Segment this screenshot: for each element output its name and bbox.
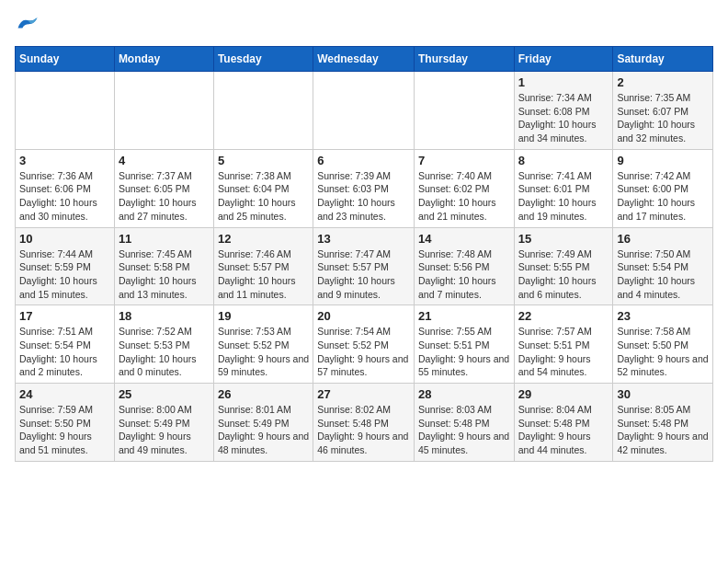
calendar-cell: 3Sunrise: 7:36 AM Sunset: 6:06 PM Daylig… bbox=[16, 149, 115, 227]
calendar-cell: 29Sunrise: 8:04 AM Sunset: 5:48 PM Dayli… bbox=[514, 384, 613, 462]
calendar-cell: 25Sunrise: 8:00 AM Sunset: 5:49 PM Dayli… bbox=[114, 384, 213, 462]
day-info: Sunrise: 7:34 AM Sunset: 6:08 PM Dayligh… bbox=[518, 91, 609, 145]
day-number: 1 bbox=[518, 75, 609, 89]
calendar-cell: 24Sunrise: 7:59 AM Sunset: 5:50 PM Dayli… bbox=[16, 384, 115, 462]
calendar-cell: 30Sunrise: 8:05 AM Sunset: 5:48 PM Dayli… bbox=[613, 384, 713, 462]
day-number: 17 bbox=[19, 309, 110, 323]
day-number: 23 bbox=[617, 309, 709, 323]
day-info: Sunrise: 7:35 AM Sunset: 6:07 PM Dayligh… bbox=[617, 91, 709, 145]
day-number: 28 bbox=[418, 387, 510, 401]
calendar-cell: 19Sunrise: 7:53 AM Sunset: 5:52 PM Dayli… bbox=[213, 305, 313, 384]
logo-bird-icon bbox=[15, 15, 40, 35]
day-number: 19 bbox=[218, 309, 309, 323]
day-number: 26 bbox=[218, 387, 309, 401]
day-number: 4 bbox=[119, 154, 210, 167]
day-info: Sunrise: 7:47 AM Sunset: 5:57 PM Dayligh… bbox=[317, 247, 410, 302]
calendar-cell: 10Sunrise: 7:44 AM Sunset: 5:59 PM Dayli… bbox=[16, 227, 115, 305]
day-number: 5 bbox=[218, 154, 309, 167]
day-info: Sunrise: 7:58 AM Sunset: 5:50 PM Dayligh… bbox=[617, 325, 709, 379]
day-number: 9 bbox=[617, 154, 709, 167]
calendar-cell: 17Sunrise: 7:51 AM Sunset: 5:54 PM Dayli… bbox=[16, 305, 115, 384]
day-info: Sunrise: 8:04 AM Sunset: 5:48 PM Dayligh… bbox=[518, 403, 609, 457]
day-number: 7 bbox=[418, 154, 510, 167]
weekday-header-friday: Friday bbox=[514, 47, 613, 72]
weekday-header-wednesday: Wednesday bbox=[313, 47, 415, 72]
day-info: Sunrise: 7:38 AM Sunset: 6:04 PM Dayligh… bbox=[218, 169, 309, 224]
calendar-cell: 18Sunrise: 7:52 AM Sunset: 5:53 PM Dayli… bbox=[114, 305, 213, 384]
calendar-cell: 4Sunrise: 7:37 AM Sunset: 6:05 PM Daylig… bbox=[114, 149, 213, 227]
calendar-cell: 14Sunrise: 7:48 AM Sunset: 5:56 PM Dayli… bbox=[414, 227, 514, 305]
day-info: Sunrise: 7:54 AM Sunset: 5:52 PM Dayligh… bbox=[317, 325, 410, 379]
day-number: 14 bbox=[418, 232, 510, 246]
day-number: 18 bbox=[119, 309, 210, 323]
day-number: 2 bbox=[617, 75, 709, 89]
day-number: 27 bbox=[317, 387, 410, 401]
day-info: Sunrise: 8:05 AM Sunset: 5:48 PM Dayligh… bbox=[617, 403, 709, 457]
day-info: Sunrise: 8:01 AM Sunset: 5:49 PM Dayligh… bbox=[218, 403, 309, 457]
calendar-cell: 23Sunrise: 7:58 AM Sunset: 5:50 PM Dayli… bbox=[613, 305, 713, 384]
calendar-cell: 15Sunrise: 7:49 AM Sunset: 5:55 PM Dayli… bbox=[514, 227, 613, 305]
day-info: Sunrise: 7:49 AM Sunset: 5:55 PM Dayligh… bbox=[518, 247, 609, 302]
day-number: 16 bbox=[617, 232, 709, 246]
calendar-cell: 13Sunrise: 7:47 AM Sunset: 5:57 PM Dayli… bbox=[313, 227, 415, 305]
calendar-cell: 21Sunrise: 7:55 AM Sunset: 5:51 PM Dayli… bbox=[414, 305, 514, 384]
calendar-cell: 8Sunrise: 7:41 AM Sunset: 6:01 PM Daylig… bbox=[514, 149, 613, 227]
day-info: Sunrise: 7:39 AM Sunset: 6:03 PM Dayligh… bbox=[317, 169, 410, 224]
day-info: Sunrise: 8:02 AM Sunset: 5:48 PM Dayligh… bbox=[317, 403, 410, 457]
calendar-cell: 2Sunrise: 7:35 AM Sunset: 6:07 PM Daylig… bbox=[613, 72, 713, 150]
day-info: Sunrise: 7:48 AM Sunset: 5:56 PM Dayligh… bbox=[418, 247, 510, 302]
calendar-cell: 16Sunrise: 7:50 AM Sunset: 5:54 PM Dayli… bbox=[613, 227, 713, 305]
day-info: Sunrise: 7:44 AM Sunset: 5:59 PM Dayligh… bbox=[19, 247, 110, 302]
day-info: Sunrise: 7:46 AM Sunset: 5:57 PM Dayligh… bbox=[218, 247, 309, 302]
day-info: Sunrise: 7:55 AM Sunset: 5:51 PM Dayligh… bbox=[418, 325, 510, 379]
day-number: 12 bbox=[218, 232, 309, 246]
day-info: Sunrise: 8:03 AM Sunset: 5:48 PM Dayligh… bbox=[418, 403, 510, 457]
day-info: Sunrise: 7:53 AM Sunset: 5:52 PM Dayligh… bbox=[218, 325, 309, 379]
day-info: Sunrise: 7:45 AM Sunset: 5:58 PM Dayligh… bbox=[119, 247, 210, 302]
day-info: Sunrise: 7:51 AM Sunset: 5:54 PM Dayligh… bbox=[19, 325, 110, 379]
day-number: 25 bbox=[119, 387, 210, 401]
day-number: 24 bbox=[19, 387, 110, 401]
calendar-cell bbox=[313, 72, 415, 150]
logo bbox=[15, 15, 44, 35]
day-info: Sunrise: 7:40 AM Sunset: 6:02 PM Dayligh… bbox=[418, 169, 510, 224]
weekday-header-saturday: Saturday bbox=[613, 47, 713, 72]
calendar-cell: 6Sunrise: 7:39 AM Sunset: 6:03 PM Daylig… bbox=[313, 149, 415, 227]
calendar-cell bbox=[213, 72, 313, 150]
day-info: Sunrise: 7:50 AM Sunset: 5:54 PM Dayligh… bbox=[617, 247, 709, 302]
calendar-cell: 9Sunrise: 7:42 AM Sunset: 6:00 PM Daylig… bbox=[613, 149, 713, 227]
day-number: 13 bbox=[317, 232, 410, 246]
calendar-table: SundayMondayTuesdayWednesdayThursdayFrid… bbox=[15, 46, 713, 462]
day-number: 30 bbox=[617, 387, 709, 401]
day-number: 15 bbox=[518, 232, 609, 246]
calendar-cell bbox=[16, 72, 115, 150]
day-number: 11 bbox=[119, 232, 210, 246]
calendar-cell: 20Sunrise: 7:54 AM Sunset: 5:52 PM Dayli… bbox=[313, 305, 415, 384]
calendar-cell bbox=[414, 72, 514, 150]
day-info: Sunrise: 7:36 AM Sunset: 6:06 PM Dayligh… bbox=[19, 169, 110, 224]
weekday-header-monday: Monday bbox=[114, 47, 213, 72]
calendar-cell: 5Sunrise: 7:38 AM Sunset: 6:04 PM Daylig… bbox=[213, 149, 313, 227]
day-info: Sunrise: 7:52 AM Sunset: 5:53 PM Dayligh… bbox=[119, 325, 210, 379]
day-info: Sunrise: 7:59 AM Sunset: 5:50 PM Dayligh… bbox=[19, 403, 110, 457]
calendar-cell: 27Sunrise: 8:02 AM Sunset: 5:48 PM Dayli… bbox=[313, 384, 415, 462]
calendar-cell: 11Sunrise: 7:45 AM Sunset: 5:58 PM Dayli… bbox=[114, 227, 213, 305]
day-number: 10 bbox=[19, 232, 110, 246]
day-info: Sunrise: 7:42 AM Sunset: 6:00 PM Dayligh… bbox=[617, 169, 709, 224]
day-number: 21 bbox=[418, 309, 510, 323]
day-number: 22 bbox=[518, 309, 609, 323]
day-info: Sunrise: 8:00 AM Sunset: 5:49 PM Dayligh… bbox=[119, 403, 210, 457]
day-info: Sunrise: 7:57 AM Sunset: 5:51 PM Dayligh… bbox=[518, 325, 609, 379]
day-number: 20 bbox=[317, 309, 410, 323]
weekday-header-tuesday: Tuesday bbox=[213, 47, 313, 72]
calendar-cell: 12Sunrise: 7:46 AM Sunset: 5:57 PM Dayli… bbox=[213, 227, 313, 305]
day-number: 29 bbox=[518, 387, 609, 401]
day-number: 6 bbox=[317, 154, 410, 167]
calendar-cell bbox=[114, 72, 213, 150]
day-info: Sunrise: 7:41 AM Sunset: 6:01 PM Dayligh… bbox=[518, 169, 609, 224]
day-info: Sunrise: 7:37 AM Sunset: 6:05 PM Dayligh… bbox=[119, 169, 210, 224]
weekday-header-sunday: Sunday bbox=[16, 47, 115, 72]
weekday-header-thursday: Thursday bbox=[414, 47, 514, 72]
calendar-cell: 28Sunrise: 8:03 AM Sunset: 5:48 PM Dayli… bbox=[414, 384, 514, 462]
day-number: 3 bbox=[19, 154, 110, 167]
